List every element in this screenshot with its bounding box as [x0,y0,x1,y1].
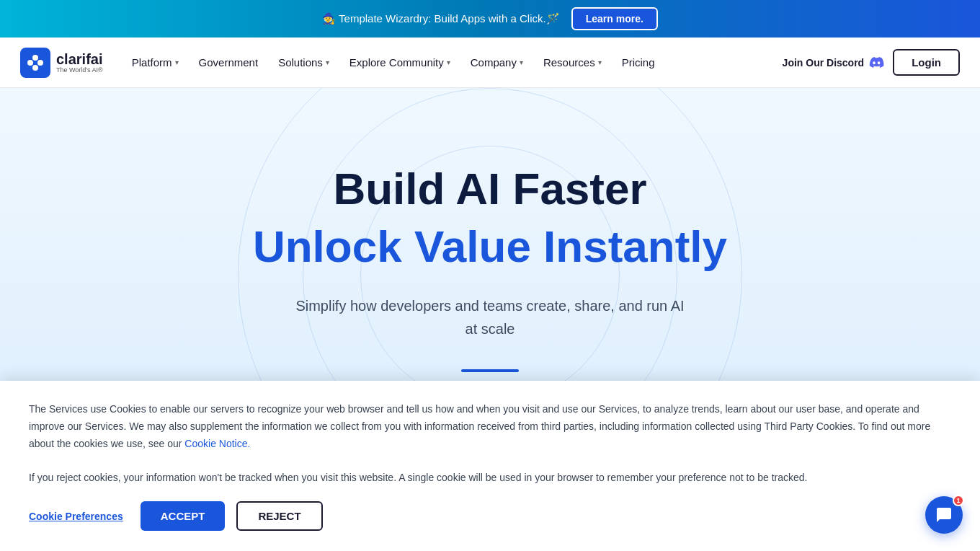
nav-item-platform[interactable]: Platform ▾ [123,50,187,74]
chevron-down-icon: ▾ [175,58,179,66]
navbar: clarifai The World's AI® Platform ▾ Gove… [0,38,980,88]
nav-item-government[interactable]: Government [190,50,267,74]
discord-link[interactable]: Join Our Discord [783,55,885,71]
logo[interactable]: clarifai The World's AI® [20,48,103,78]
discord-label: Join Our Discord [783,57,865,69]
hero-content: Build AI Faster Unlock Value Instantly S… [253,164,727,372]
svg-point-4 [32,65,38,71]
nav-links: Platform ▾ Government Solutions ▾ Explor… [123,50,783,74]
banner-text: 🧙 Template Wizardry: Build Apps with a C… [322,12,560,25]
cookie-text-body: The Services use Cookies to enable our s… [29,401,951,463]
brand-name: clarifai [56,51,103,67]
hero-title-sub: Unlock Value Instantly [253,222,727,271]
cookie-banner: The Services use Cookies to enable our s… [0,381,980,463]
hero-cta-area [253,369,727,372]
nav-item-pricing[interactable]: Pricing [613,50,664,74]
nav-item-solutions[interactable]: Solutions ▾ [270,50,338,74]
hero-cta-bar [461,369,519,372]
hero-description: Simplify how developers and teams create… [288,294,692,340]
logo-text: clarifai The World's AI® [56,51,103,74]
discord-icon [868,55,884,71]
learn-more-button[interactable]: Learn more. [571,7,658,30]
nav-item-resources[interactable]: Resources ▾ [535,50,610,74]
nav-right: Join Our Discord Login [783,49,960,76]
cookie-notice-link[interactable]: Cookie Notice. [184,438,250,449]
svg-point-2 [32,55,38,61]
hero-title-main: Build AI Faster [253,164,727,213]
top-banner: 🧙 Template Wizardry: Build Apps with a C… [0,0,980,38]
login-button[interactable]: Login [893,49,960,76]
brand-tagline: The World's AI® [56,67,103,74]
svg-point-3 [37,60,43,66]
nav-item-explore-community[interactable]: Explore Community ▾ [341,50,459,74]
nav-item-company[interactable]: Company ▾ [462,50,532,74]
chevron-down-icon: ▾ [326,58,329,66]
cookie-text-1: The Services use Cookies to enable our s… [29,403,930,449]
chevron-down-icon: ▾ [520,58,523,66]
clarifai-logo-icon [20,48,50,78]
chevron-down-icon: ▾ [598,58,602,66]
svg-rect-0 [20,48,50,78]
chevron-down-icon: ▾ [447,58,450,66]
svg-point-1 [27,60,33,66]
